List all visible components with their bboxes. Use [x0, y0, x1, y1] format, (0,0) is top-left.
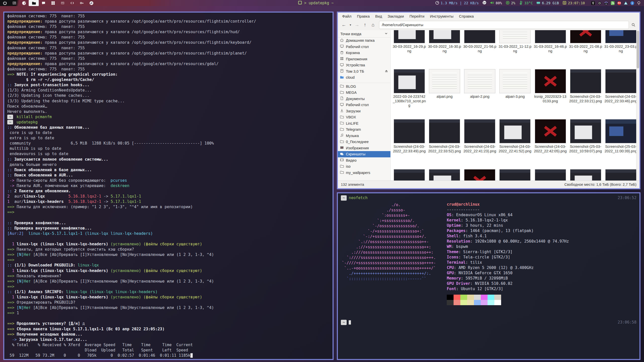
- terminal-window-neofetch[interactable]: ~ neofetch 23:06:52 ./o. ./sssso- `:osss…: [337, 192, 640, 360]
- file-item[interactable]: alpari-2.png: [462, 68, 497, 118]
- sync-icon[interactable]: [624, 1, 628, 5]
- akregator-icon[interactable]: [611, 1, 615, 5]
- video-icon: [340, 158, 344, 163]
- workspace-key-icon[interactable]: [77, 0, 87, 6]
- file-item[interactable]: [392, 168, 427, 181]
- info-CPU: CPU: AMD Ryzen 5 2600 (12) @ 3.400GHz: [447, 265, 569, 270]
- file-list[interactable]: 30-03-2022_16-29.png30-03-2022_16-30.png…: [391, 30, 639, 181]
- forward-button[interactable]: →: [353, 21, 360, 29]
- menu-Справка[interactable]: Справка: [456, 13, 477, 20]
- desktop: > updatepkg ~ 1.3 MB/s | 22 KB/s80%2%33°…: [0, 0, 644, 362]
- sidebar-item-MEGA[interactable]: MEGA: [338, 89, 390, 96]
- sidebar-item-my_wallpapers[interactable]: my_wallpapers: [338, 170, 390, 176]
- file-item[interactable]: 31-03-2022_23-03.png: [603, 30, 638, 68]
- workspace-music-icon[interactable]: [87, 0, 96, 6]
- stat-globe: [482, 1, 487, 6]
- menu-Закладки[interactable]: Закладки: [385, 13, 407, 20]
- workspace-firefox-icon[interactable]: [19, 0, 29, 6]
- sidebar-item-Скриншоты[interactable]: Скриншоты: [338, 151, 390, 157]
- file-item[interactable]: [533, 168, 568, 181]
- file-item[interactable]: Screenshot-(24-03-2022_22:41:52).png: [497, 118, 533, 168]
- home-button[interactable]: ⌂: [370, 21, 377, 29]
- up-button[interactable]: ↑: [361, 21, 369, 29]
- path-input[interactable]: /home/crud/Скриншоты: [379, 21, 629, 29]
- workspace-pictures-icon[interactable]: [58, 0, 67, 6]
- terminal-output-line: ==> [N]Нет [A]Все [Ab]Прервать [I]Устано…: [7, 252, 331, 257]
- file-item[interactable]: 30-03-2022_16-30.png: [427, 30, 462, 68]
- file-thumbnail: [429, 30, 460, 43]
- sidebar-item-Рабочий стол[interactable]: Рабочий стол: [338, 44, 390, 50]
- pamac-icon[interactable]: [604, 1, 608, 5]
- file-item[interactable]: Screenshot-(25-03-2022_10:59:07).png: [568, 118, 603, 168]
- search-icon[interactable]: [630, 21, 637, 29]
- sidebar-item-LinLIFE[interactable]: LinLIFE: [338, 120, 390, 127]
- menu-Файл[interactable]: Файл: [339, 13, 354, 20]
- prompt-time-bottom: 23:06:58: [618, 320, 636, 325]
- file-item[interactable]: 31-03-2022_16-46.png: [533, 30, 568, 68]
- scrollbar-thumb[interactable]: [637, 31, 639, 68]
- sidebar-item-0_Последнее[interactable]: 0_Последнее: [338, 139, 390, 145]
- sidebar-item-label: Скриншоты: [346, 152, 388, 156]
- eject-icon[interactable]: [384, 69, 388, 74]
- sidebar-item-Корзина[interactable]: Корзина: [338, 50, 390, 56]
- keepassxc-icon[interactable]: [591, 1, 595, 5]
- file-item[interactable]: 2022-03-24-223742_1308x710_scrot.png: [392, 68, 427, 118]
- sidebar-item-Изображения[interactable]: Изображения: [338, 145, 390, 151]
- workspace-terminal-icon[interactable]: [10, 0, 19, 6]
- file-item[interactable]: Screenshot-(24-03-2022_22:41:23).png: [462, 118, 497, 168]
- sidebar-item-Telegram[interactable]: Telegram: [338, 126, 390, 133]
- sidebar-item-Домашняя папка[interactable]: Домашняя папка: [338, 37, 390, 44]
- history-dropdown-icon[interactable]: ▾: [348, 21, 352, 29]
- sidebar-item-iso[interactable]: iso: [338, 163, 390, 170]
- menu-Инструменты[interactable]: Инструменты: [427, 13, 456, 20]
- sidebar-item-Том 3,0 ТБ[interactable]: Том 3,0 ТБ: [338, 68, 390, 75]
- menu-Правка[interactable]: Правка: [354, 13, 373, 20]
- sidebar-item-Музыка[interactable]: Музыка: [338, 133, 390, 139]
- file-item[interactable]: [568, 168, 603, 181]
- file-item[interactable]: [462, 168, 497, 181]
- sidebar-item-Документы[interactable]: Документы: [338, 96, 390, 102]
- file-item[interactable]: 31-03-2022_11-12.png: [497, 30, 533, 68]
- file-item[interactable]: 30-03-2022_16-29.png: [392, 30, 427, 68]
- sidebar-item-cloud[interactable]: cloud: [338, 74, 390, 81]
- sidebar-item-Загрузки[interactable]: Загрузки: [338, 108, 390, 114]
- file-item[interactable]: [497, 168, 533, 181]
- sidebar-item-Устройства[interactable]: Устройства: [338, 62, 390, 68]
- info-icon[interactable]: [630, 1, 634, 5]
- file-manager-window[interactable]: ФайлПравкаВидЗакладкиПерейтиИнструментыС…: [337, 12, 640, 189]
- menu-Перейти[interactable]: Перейти: [407, 13, 427, 20]
- terminal-output-line: 1 aur/linux-lqx-headers 5.16.18.lqx2-1 -…: [7, 199, 331, 204]
- sidebar-item-Видео[interactable]: Видео: [338, 157, 390, 164]
- file-item[interactable]: alpari-3.png: [497, 68, 533, 118]
- workspace-code-icon[interactable]: [67, 0, 77, 6]
- places-selector[interactable]: Точки входа: [338, 30, 390, 37]
- info-Theme: Theme: Sierra-light [GTK2/3]: [447, 249, 569, 255]
- file-item[interactable]: Screenshot-(24-03-2022_22:33:52).png: [427, 118, 462, 168]
- file-item[interactable]: alpari.png: [427, 68, 462, 118]
- menu-Вид[interactable]: Вид: [373, 13, 385, 20]
- sidebar-item-VBOX[interactable]: VBOX: [338, 114, 390, 120]
- file-item[interactable]: Screenshot-(25-03-2022_11:00:39).png: [603, 118, 638, 168]
- workspace-file-manager-icon[interactable]: [29, 0, 39, 6]
- back-button[interactable]: ←: [340, 21, 347, 29]
- file-item[interactable]: Screenshot-(24-03-2022_22:33:49).png: [392, 118, 427, 168]
- idea-icon[interactable]: [637, 1, 641, 5]
- file-item[interactable]: Screenshot-(24-03-2022_22:42:05).png: [533, 118, 568, 168]
- workspace-chat-icon[interactable]: [39, 0, 48, 6]
- file-item[interactable]: [427, 168, 462, 181]
- workspace-power-icon[interactable]: [0, 0, 10, 6]
- workspace-windows-icon[interactable]: [48, 0, 58, 6]
- file-item[interactable]: [603, 168, 638, 181]
- file-item[interactable]: ksnip_20220323-130133.png: [533, 68, 568, 118]
- sidebar-item-BLOG[interactable]: BLOG: [338, 83, 390, 90]
- sidebar-item-Рабочий стол[interactable]: Рабочий стол: [338, 102, 390, 108]
- variety-icon[interactable]: [597, 1, 602, 5]
- file-item[interactable]: Screenshot-(24-03-2022_22:33:46).png: [603, 68, 638, 118]
- file-item[interactable]: Screenshot-(24-03-2022_22:33:21).png: [568, 68, 603, 118]
- scrollbar[interactable]: [636, 30, 639, 181]
- sidebar-item-Приложения[interactable]: Приложения: [338, 56, 390, 62]
- mega-icon[interactable]: [617, 1, 621, 5]
- file-item[interactable]: 31-03-2022_21-08.png: [568, 30, 603, 68]
- file-item[interactable]: 30-03-2022_21-56.png: [462, 30, 497, 68]
- terminal-window-updatepkg[interactable]: файловая система: 775 пакет: 755предупре…: [3, 12, 334, 360]
